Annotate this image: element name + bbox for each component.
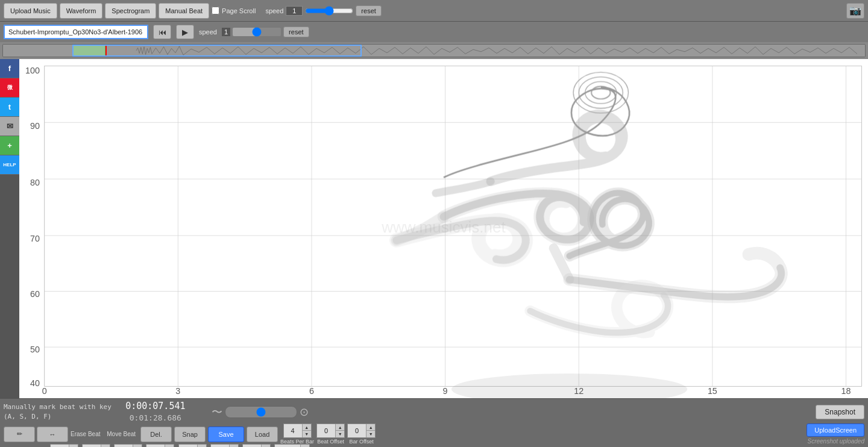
screenshot-uploaded-label: Screenshot uploaded [807,438,864,445]
beat-offset-up[interactable]: ▲ [336,424,344,431]
play-button[interactable]: ▶ [176,25,194,39]
svg-text:18: 18 [841,386,851,396]
current-time: 0:00:07.541 [116,400,195,413]
svg-text:6: 6 [309,386,314,396]
filename-bar: ⏮ ▶ speed 1 reset [0,22,868,42]
svg-text:80: 80 [30,178,40,187]
tempo-high-spinner: ▲ ▼ Tempo High [146,444,175,447]
tempo-low-spinner: ▲ ▼ Tempo Low [114,444,142,447]
amp-scale-up[interactable]: ▲ [262,445,270,447]
svg-text:60: 60 [30,289,40,299]
amp-scale-spinner: ▲ ▼ Amp Scale [242,444,271,447]
svg-text:70: 70 [30,234,40,243]
svg-text:40: 40 [30,378,40,388]
waveform-overview [0,42,868,59]
speed-label: speed [265,7,283,14]
waveform-button[interactable]: Waveform [60,3,103,19]
bottom-row1: Manually mark beat with key (A, S, D, F)… [4,401,864,423]
svg-text:www.musicvis.net: www.musicvis.net [381,218,506,236]
svg-text:100: 100 [25,66,40,75]
svg-text:50: 50 [30,345,40,354]
svg-text:15: 15 [708,386,717,396]
speed-input[interactable] [286,6,303,16]
waveform-track[interactable] [2,44,866,57]
bar-offset-input[interactable] [348,424,366,437]
facebook-button[interactable]: f [0,59,19,78]
svg-text:9: 9 [443,386,448,396]
weibo-button[interactable]: 微 [0,78,19,98]
erase-beat-label: Erase Beat [71,431,100,437]
waveform-left-icon: 〜 [212,405,222,419]
thickness-up[interactable]: ▲ [198,445,206,447]
rewind-button[interactable]: ⏮ [153,25,171,39]
erase-beat-icon[interactable]: ✏ [4,427,35,442]
waveform-control: 〜 ⊙ [212,405,309,419]
social-sidebar: f 微 t ✉ + HELP [0,59,19,398]
end-bar-input[interactable] [83,445,101,447]
start-bar-input[interactable] [51,445,69,447]
page-scroll-label: Page Scroll [222,7,256,14]
upload-screen-button[interactable]: UploadScreen [807,424,864,437]
amp-alpha-spinner: ▲ ▼ Amp Alpha [210,444,239,447]
load-button[interactable]: Load [247,427,278,442]
speed-section-label: speed [199,28,217,36]
beat-offset-down[interactable]: ▼ [336,431,344,437]
amp-alpha-up[interactable]: ▲ [230,445,238,447]
beats-per-bar-input[interactable] [284,424,302,437]
move-beat-label: Move Beat [107,431,136,437]
beat-offset-input[interactable] [317,424,335,437]
beats-per-bar-down[interactable]: ▼ [303,431,311,437]
del-button[interactable]: Del. [140,427,172,442]
reset-button[interactable]: reset [356,5,381,16]
email-button[interactable]: ✉ [0,117,19,136]
twitter-button[interactable]: t [0,98,19,117]
bar-offset-up[interactable]: ▲ [366,424,375,431]
camera-icon[interactable]: 📷 [846,3,864,19]
amp-scale-input[interactable] [243,445,261,447]
tempo-high-up[interactable]: ▲ [165,445,174,447]
spectrogram-button[interactable]: Spectrogram [105,3,156,19]
top-toolbar: Upload Music Waveform Spectrogram Manual… [0,0,868,22]
plus-button[interactable]: + [0,136,19,155]
bottom-row2: ✏ ↔ Erase Beat Move Beat Del. Snap Save … [4,424,864,445]
tempo-low-input[interactable] [115,445,133,447]
speed-slider-2[interactable] [233,28,281,36]
tempo-high-input[interactable] [146,445,165,447]
time-display: 0:00:07.541 0:01:28.686 [116,400,195,424]
beat-offset-label: Beat Offset [317,439,344,445]
thickness-input[interactable] [179,445,197,447]
total-time: 0:01:28.686 [116,413,195,424]
main-area: f 微 t ✉ + HELP 100 90 80 [0,59,868,398]
beat-offset-spinner: ▲ ▼ Beat Offset [316,424,345,445]
bar-offset-spinner: ▲ ▼ Bar Offset [347,424,376,445]
beats-per-bar-up[interactable]: ▲ [303,424,311,431]
move-beat-icon[interactable]: ↔ [37,427,68,442]
upload-section: UploadScreen Screenshot uploaded [807,424,864,445]
speed-slider[interactable] [305,6,353,16]
reset-button-2[interactable]: reset [283,27,309,37]
amp-alpha-input[interactable] [211,445,229,447]
waveform-amplitude-slider[interactable] [225,406,297,418]
filename-input[interactable] [4,25,148,39]
page-scroll-checkbox[interactable] [212,7,219,14]
speed-section: speed 1 reset [199,27,309,37]
speed-section-value: 1 [222,28,230,36]
snap-button[interactable]: Snap [174,427,206,442]
bar-offset-down[interactable]: ▼ [366,431,375,437]
snapshot-button[interactable]: Snapshot [816,405,864,419]
start-bar-up[interactable]: ▲ [69,445,78,447]
end-bar-up[interactable]: ▲ [101,445,110,447]
bar-offset-label: Bar Offset [349,439,373,445]
window-size-input[interactable] [275,445,300,447]
waveform-viewport[interactable] [72,45,362,57]
viz-svg: 100 90 80 70 60 50 40 0 3 6 9 12 15 18 [19,59,868,398]
help-button[interactable]: HELP [0,155,19,175]
window-size-up[interactable]: ▲ [301,445,309,447]
window-size-spinner: ▲ ▼ Window Size [274,444,310,447]
save-button[interactable]: Save [208,427,244,442]
end-bar-spinner: ▲ ▼ End Bar [82,444,110,447]
erase-beat-group: ✏ ↔ [4,427,68,442]
tempo-low-up[interactable]: ▲ [133,445,142,447]
upload-music-button[interactable]: Upload Music [4,3,57,19]
manual-beat-button[interactable]: Manual Beat [159,3,209,19]
